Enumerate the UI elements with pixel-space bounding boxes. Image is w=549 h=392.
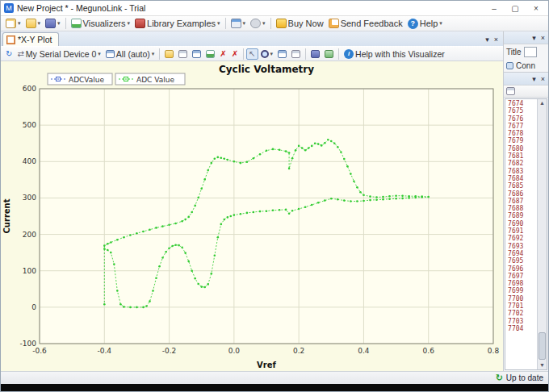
panel-close-button[interactable]: ×	[541, 34, 545, 42]
list-item[interactable]: 7680	[508, 145, 537, 152]
tab-xy-plot[interactable]: *X-Y Plot	[2, 32, 59, 46]
minimize-button[interactable]: –	[484, 4, 505, 13]
clear-series-button[interactable]: ✗	[217, 48, 228, 60]
list-item[interactable]: 7684	[508, 175, 537, 182]
right-panel-column: ▾ × Title Conn ▾ ×	[504, 31, 548, 371]
list-item[interactable]: 7676	[508, 115, 537, 123]
svg-text:600: 600	[23, 85, 36, 93]
list-item[interactable]: 7697	[508, 273, 537, 280]
app-window: M New Project * - MegunoLink - Trial – ▢…	[0, 0, 549, 392]
buy-now-button[interactable]: Buy Now	[274, 18, 326, 29]
monitor-value-list[interactable]: 7674767576767677767876797680768176827683…	[505, 99, 537, 369]
clear-all-button[interactable]: ✗	[229, 48, 241, 60]
channel-select[interactable]: All (auto)▾	[103, 48, 157, 60]
open-plot-button[interactable]	[162, 49, 176, 59]
list-item[interactable]: 7690	[508, 220, 537, 227]
list-item[interactable]: 7691	[508, 227, 537, 235]
send-feedback-button[interactable]: Send Feedback	[326, 18, 405, 29]
connection-icon	[506, 62, 513, 69]
panel-menu-button[interactable]: ▾	[532, 34, 536, 42]
scroll-up-icon[interactable]: ▲	[539, 99, 545, 107]
list-item[interactable]: 7683	[508, 168, 537, 175]
list-item[interactable]: 7682	[508, 160, 537, 167]
settings-button[interactable]: ▾	[248, 18, 268, 29]
panel-close-button[interactable]: ×	[541, 75, 545, 83]
list-item[interactable]: 7678	[508, 130, 537, 137]
scrollbar[interactable]: ▲ ▼	[537, 99, 547, 369]
grid-view-button[interactable]	[190, 49, 203, 59]
visualizers-label: Visualizers	[83, 19, 126, 28]
connection-row[interactable]: Conn	[504, 59, 548, 72]
close-tab-button[interactable]: ×	[494, 35, 498, 44]
image-icon	[325, 50, 333, 58]
monitor-panel-header: ▾ ×	[504, 73, 548, 85]
list-item[interactable]: 7698	[508, 280, 537, 287]
table-view-button[interactable]	[176, 49, 190, 59]
list-item[interactable]: 7694	[508, 250, 537, 257]
help-button[interactable]: ?Help▾	[405, 18, 445, 30]
monitor-tools-button[interactable]: ▾	[228, 18, 249, 29]
list-item[interactable]: 7701	[508, 302, 537, 310]
plot-title-input[interactable]	[524, 47, 537, 57]
library-examples-button[interactable]: Library Examples▾	[132, 18, 223, 29]
save-image-button[interactable]	[322, 49, 336, 59]
new-project-button[interactable]: ▾	[3, 18, 23, 29]
list-item[interactable]: 7679	[508, 137, 537, 144]
visualizer-help-button[interactable]: iHelp with this Visualizer	[342, 48, 447, 60]
list-item[interactable]: 7675	[508, 107, 537, 115]
visualizers-button[interactable]: Visualizers▾	[69, 18, 133, 29]
list-item[interactable]: 7692	[508, 235, 537, 242]
chevron-down-icon[interactable]: ▾	[18, 20, 21, 27]
list-item[interactable]: 7686	[508, 190, 537, 198]
maximize-button[interactable]: ▢	[505, 4, 526, 13]
window-title: New Project * - MegunoLink - Trial	[17, 3, 484, 13]
app-logo-icon: M	[4, 3, 14, 13]
list-item[interactable]: 7689	[508, 212, 537, 219]
bar-chart-button[interactable]	[203, 49, 217, 59]
info-icon: i	[344, 49, 354, 59]
list-item[interactable]: 7704	[508, 325, 537, 332]
chevron-down-icon: ▾	[439, 20, 442, 27]
panel-menu-button[interactable]: ▾	[532, 75, 536, 83]
svg-text:400: 400	[23, 157, 36, 165]
list-item[interactable]: 7699	[508, 287, 537, 294]
list-item[interactable]: 7696	[508, 265, 537, 273]
list-item[interactable]: 7693	[508, 243, 537, 250]
chevron-down-icon[interactable]: ▾	[57, 20, 61, 27]
zoom-tool-button[interactable]: ▾	[258, 49, 276, 59]
list-item[interactable]: 7695	[508, 257, 537, 265]
zoom-extents-button[interactable]	[275, 49, 289, 59]
save-project-button[interactable]: ▾	[43, 18, 63, 29]
pointer-tool-button[interactable]: ↖	[246, 48, 258, 60]
clear-icon: ✗	[220, 49, 226, 59]
close-button[interactable]: ×	[526, 4, 547, 13]
list-item[interactable]: 7702	[508, 310, 537, 317]
list-item[interactable]: 7685	[508, 182, 537, 190]
plot-title-row: Title	[504, 44, 548, 59]
save-data-button[interactable]	[308, 49, 322, 59]
chevron-down-icon[interactable]: ▾	[38, 20, 41, 27]
bar-chart-icon	[206, 50, 215, 58]
list-item[interactable]: 7687	[508, 198, 537, 205]
scroll-down-icon[interactable]: ▼	[539, 361, 545, 369]
list-item[interactable]: 7703	[508, 318, 537, 325]
chevron-down-icon[interactable]: ▾	[262, 20, 266, 27]
open-project-button[interactable]: ▾	[23, 18, 44, 29]
list-item[interactable]: 7681	[508, 152, 537, 160]
properties-panel-header: ▾ ×	[504, 31, 548, 44]
status-bar: ↻ Up to date	[1, 371, 548, 384]
tab-list-button[interactable]: ▾	[485, 35, 489, 44]
svg-text:-0.2: -0.2	[162, 347, 177, 355]
chevron-down-icon[interactable]: ▾	[243, 20, 246, 27]
refresh-source-button[interactable]: ↻	[3, 48, 15, 60]
list-item[interactable]: 7700	[508, 295, 537, 302]
serial-device-select[interactable]: ⇄My Serial Device 0▾	[15, 48, 103, 60]
scrollbar-thumb[interactable]	[539, 332, 546, 360]
xy-plot-chart[interactable]: -0.6-0.4-0.20.00.20.40.60.8-100010020030…	[1, 61, 503, 373]
list-item[interactable]: 7677	[508, 123, 537, 130]
list-item[interactable]: 7688	[508, 205, 537, 212]
zoom-fit-button[interactable]	[289, 49, 303, 59]
list-item[interactable]: 7674	[508, 100, 537, 107]
document-pane-controls: ▾ ×	[485, 35, 501, 46]
monitor-tool-icon[interactable]	[506, 87, 515, 95]
